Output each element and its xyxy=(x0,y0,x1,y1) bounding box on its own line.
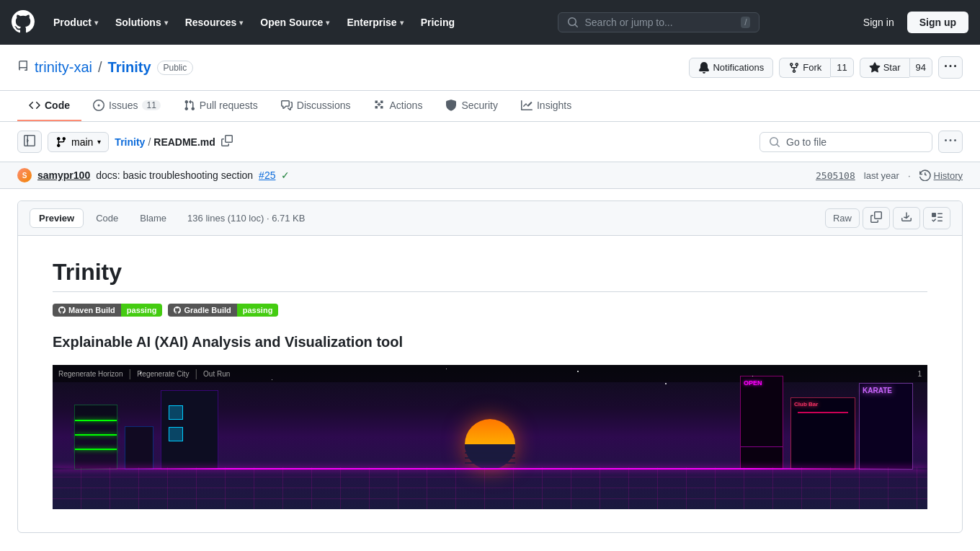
tab-issues[interactable]: Issues 11 xyxy=(81,91,172,121)
copy-raw-icon xyxy=(870,211,882,223)
kebab-icon xyxy=(945,61,956,72)
shield-icon xyxy=(445,100,457,111)
file-tabs: Preview Code Blame 136 lines (110 loc) ·… xyxy=(30,208,305,228)
breadcrumb-current-file: README.md xyxy=(153,136,215,148)
nav-resources[interactable]: Resources ▾ xyxy=(178,11,251,34)
tab-preview[interactable]: Preview xyxy=(30,208,84,228)
repo-title: trinity-xai / Trinity Public xyxy=(17,59,193,76)
search-kbd: / xyxy=(741,17,750,28)
file-view: Preview Code Blame 136 lines (110 loc) ·… xyxy=(17,200,963,533)
tab-insights[interactable]: Insights xyxy=(509,91,583,121)
repo-name-link[interactable]: Trinity xyxy=(108,59,151,76)
gradle-badge-status: passing xyxy=(237,304,279,317)
file-nav-right: Go to file xyxy=(760,131,963,153)
nav-enterprise[interactable]: Enterprise ▾ xyxy=(339,11,410,34)
download-button[interactable] xyxy=(893,207,920,229)
star-icon xyxy=(869,62,881,74)
nav-product[interactable]: Product ▾ xyxy=(46,11,105,34)
nav-pricing[interactable]: Pricing xyxy=(414,11,462,34)
options-button[interactable] xyxy=(923,207,950,229)
toolbar-indicator: 1 xyxy=(917,370,922,378)
branch-name: main xyxy=(71,136,93,148)
repo-separator: / xyxy=(98,59,102,76)
copy-raw-button[interactable] xyxy=(863,207,890,229)
fork-button-group: Fork 11 xyxy=(779,58,853,78)
fork-count-button[interactable]: 11 xyxy=(830,58,853,77)
chevron-down-icon: ▾ xyxy=(94,19,98,27)
toolbar-sep1: | xyxy=(129,368,132,379)
file-more-options-button[interactable] xyxy=(938,131,963,153)
auth-buttons: Sign in Sign up xyxy=(856,12,968,33)
go-to-file-button[interactable]: Go to file xyxy=(760,132,932,152)
tab-discussions-label: Discussions xyxy=(297,100,351,111)
bell-icon xyxy=(698,62,710,74)
history-icon xyxy=(919,169,931,181)
search-icon xyxy=(567,17,579,28)
commit-check-icon: ✓ xyxy=(281,169,290,181)
out-run-btn: Out Run xyxy=(203,370,230,378)
more-options-button[interactable] xyxy=(938,56,963,79)
maven-badge-left: Maven Build xyxy=(53,304,121,317)
avatar: S xyxy=(17,168,32,182)
tab-actions-label: Actions xyxy=(389,100,422,111)
maven-badge: Maven Build passing xyxy=(53,304,162,317)
repo-owner-link[interactable]: trinity-xai xyxy=(35,59,92,76)
fork-label: Fork xyxy=(803,62,821,73)
signin-button[interactable]: Sign in xyxy=(856,12,901,32)
history-button[interactable]: History xyxy=(919,169,963,181)
file-view-header: Preview Code Blame 136 lines (110 loc) ·… xyxy=(18,201,962,236)
star-label: Star xyxy=(883,62,901,73)
sidebar-icon xyxy=(24,135,35,146)
breadcrumb-separator: / xyxy=(148,136,151,148)
regenerate-city-btn: Regenerate City xyxy=(137,370,189,378)
regenerate-horizon-btn: Regenerate Horizon xyxy=(58,370,123,378)
tab-pull-requests[interactable]: Pull requests xyxy=(172,91,270,121)
notifications-button[interactable]: Notifications xyxy=(689,58,773,78)
chevron-down-icon: ▾ xyxy=(326,19,329,27)
readme-subtitle: Explainable AI (XAI) Analysis and Visual… xyxy=(53,334,927,351)
sidebar-toggle-button[interactable] xyxy=(17,131,42,153)
repo-header: trinity-xai / Trinity Public Notificatio… xyxy=(0,45,980,91)
copy-path-button[interactable] xyxy=(218,133,236,150)
commit-info-right: 2505108 last year · History xyxy=(816,169,963,181)
file-meta: 136 lines (110 loc) · 6.71 KB xyxy=(187,213,305,224)
nav-solutions[interactable]: Solutions ▾ xyxy=(108,11,175,34)
tab-code[interactable]: Code xyxy=(86,208,128,228)
star-count: 94 xyxy=(916,62,926,73)
branch-selector[interactable]: main ▾ xyxy=(48,132,109,152)
star-button[interactable]: Star xyxy=(860,58,909,78)
raw-button[interactable]: Raw xyxy=(825,208,860,228)
city-toolbar-bar: Regenerate Horizon | Regenerate City | O… xyxy=(53,365,927,382)
signup-button[interactable]: Sign up xyxy=(907,12,968,33)
badges-row: Maven Build passing Gradle Build passing xyxy=(53,304,927,317)
search-box[interactable]: / xyxy=(558,12,760,32)
repo-type-icon xyxy=(17,59,29,76)
search-input[interactable] xyxy=(584,17,735,28)
commit-pr-link[interactable]: #25 xyxy=(259,169,275,181)
history-label: History xyxy=(934,170,963,181)
commit-info-left: S samypr100 docs: basic troubleshooting … xyxy=(17,168,290,182)
tab-discussions[interactable]: Discussions xyxy=(270,91,362,121)
commit-author-link[interactable]: samypr100 xyxy=(37,169,90,181)
star-count-button[interactable]: 94 xyxy=(909,58,932,77)
nav-open-source[interactable]: Open Source ▾ xyxy=(253,11,337,34)
breadcrumb: Trinity / README.md xyxy=(115,133,235,150)
breadcrumb-repo-link[interactable]: Trinity xyxy=(115,136,145,148)
copy-icon xyxy=(221,135,233,146)
commit-hash-link[interactable]: 2505108 xyxy=(816,170,855,181)
tab-blame[interactable]: Blame xyxy=(130,208,176,228)
tab-security[interactable]: Security xyxy=(434,91,509,121)
toolbar-sep2: | xyxy=(195,368,197,379)
repo-tabs: Code Issues 11 Pull requests Discussions… xyxy=(0,91,980,122)
star-button-group: Star 94 xyxy=(860,58,932,78)
search-icon-small xyxy=(769,136,780,148)
fork-button[interactable]: Fork xyxy=(779,58,830,78)
file-actions: Raw xyxy=(825,207,950,229)
tab-actions[interactable]: Actions xyxy=(362,91,434,121)
issues-count-badge: 11 xyxy=(142,100,160,110)
github-logo[interactable] xyxy=(12,10,35,35)
top-nav: Product ▾ Solutions ▾ Resources ▾ Open S… xyxy=(0,0,980,45)
file-nav-left: main ▾ Trinity / README.md xyxy=(17,131,236,153)
top-nav-items: Product ▾ Solutions ▾ Resources ▾ Open S… xyxy=(46,11,462,34)
tab-code[interactable]: Code xyxy=(17,91,81,121)
